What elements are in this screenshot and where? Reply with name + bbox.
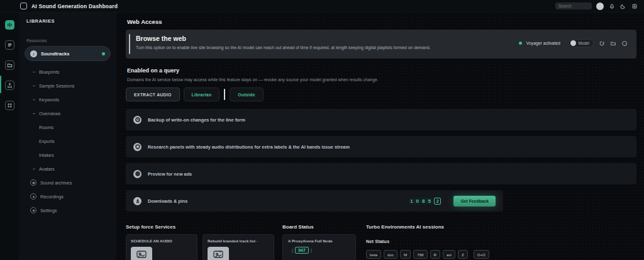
sidebar-item-label: Sample Sessions [39, 83, 74, 89]
service-card-title: SCHEDULE AN AUDIO [131, 239, 192, 243]
moon-icon[interactable] [619, 3, 626, 9]
sidebar-item-label: Blueprints [39, 69, 59, 75]
chip-768[interactable]: 768 [413, 250, 427, 259]
chip-oo[interactable]: O+O [474, 250, 489, 259]
gear-icon [30, 207, 36, 213]
sidebar-item-keywords[interactable]: Keywords [25, 93, 111, 106]
board-badge-row: ( 947 ) [292, 247, 350, 254]
sidebar-item-label: Rooms [39, 125, 53, 130]
page-number[interactable]: 0 [416, 198, 419, 204]
sidebar-item-blueprints[interactable]: Blueprints [25, 65, 111, 79]
chip-r[interactable]: R [430, 250, 440, 259]
sidebar-item-sound-archives[interactable]: Sound archives [25, 176, 111, 189]
sidebar-item-overviews[interactable]: Overviews [25, 106, 111, 120]
refresh-icon[interactable] [598, 40, 605, 47]
request-row[interactable]: Preview for new ads [126, 163, 636, 184]
sidebar-item-label: Settings [40, 208, 57, 213]
chip-z[interactable]: Z [458, 250, 468, 259]
chip-avi[interactable]: avi [443, 250, 455, 259]
service-card-schedule[interactable]: SCHEDULE AN AUDIO [126, 234, 197, 260]
settings-icon[interactable] [631, 3, 638, 9]
request-text: Backup of write-on changes for the line … [148, 117, 245, 123]
grid-icon[interactable] [5, 101, 14, 110]
sidebar-item-label: Keywords [39, 97, 59, 103]
request-row[interactable]: Research panels with steady audio distri… [126, 136, 636, 157]
sidebar: LIBRARIES Resources ♪ Soundtracks Bluepr… [19, 13, 116, 260]
help-circle-icon[interactable] [621, 40, 628, 47]
shield-icon [133, 143, 142, 151]
sessions-title: Turbo Environments AI sessions [366, 224, 489, 230]
tab-cursor-bar [224, 89, 225, 100]
request-row[interactable]: Backup of write-on changes for the line … [126, 109, 636, 130]
page-title: Web Access [127, 18, 636, 25]
model-toggle-pill[interactable]: Model [569, 39, 594, 47]
page-number[interactable]: 5 [428, 198, 431, 204]
bullet-dash-icon [33, 169, 35, 169]
chip-doc[interactable]: doc [384, 250, 397, 259]
sidebar-item-avatars[interactable]: Avatars [25, 162, 111, 176]
node-count-badge: 947 [295, 247, 308, 254]
sidebar-item-exports[interactable]: Exports [25, 134, 111, 148]
tab-outside[interactable]: Outside [230, 88, 263, 101]
get-feedback-button[interactable]: Get Feedback [453, 196, 496, 206]
sidebar-item-rooms[interactable]: Rooms [25, 120, 111, 134]
sidebar-item-sample-sessions[interactable]: Sample Sessions [25, 79, 111, 93]
export-icon[interactable] [5, 81, 14, 90]
download-icon [133, 197, 142, 205]
bullet-dash-icon [33, 86, 35, 86]
sidebar-item-recordings[interactable]: Recordings [25, 189, 111, 203]
folder-icon[interactable] [609, 40, 616, 47]
request-row-downloads[interactable]: Downloads & pins 1 0 8 5 2 Get Feedback [126, 190, 503, 212]
board-card-title: A ProxyArena Full Node [288, 239, 350, 243]
sidebar-item-settings[interactable]: Settings [25, 203, 111, 217]
banner-accent-bar [129, 34, 130, 54]
services-column: Setup force Services SCHEDULE AN AUDIO R… [126, 224, 277, 260]
sidebar-item-label: Intakes [39, 152, 54, 158]
footer-panels: Setup force Services SCHEDULE AN AUDIO R… [126, 224, 636, 260]
page-number-active[interactable]: 2 [434, 198, 441, 205]
toggle-knob [570, 40, 576, 46]
banner-main: Browse the web Turn this option on to en… [136, 35, 431, 50]
clock-icon [133, 116, 142, 124]
sidebar-item-label: Recordings [40, 194, 64, 200]
page-number[interactable]: 1 [410, 198, 413, 204]
tab-librarian[interactable]: Librarian [184, 88, 220, 101]
net-status-subtitle: Net Status [366, 239, 489, 244]
board-status-card[interactable]: A ProxyArena Full Node ( 947 ) [282, 234, 356, 260]
main-content: Web Access Browse the web Turn this opti… [116, 13, 644, 260]
web-access-banner: Browse the web Turn this option on to en… [126, 30, 636, 59]
notification-bell-icon[interactable] [608, 3, 615, 9]
archive-icon [30, 179, 36, 186]
sessions-column: Turbo Environments AI sessions Net Statu… [366, 224, 489, 260]
section-description: Domains the AI service below may access … [127, 77, 636, 82]
tab-extract-audio[interactable]: EXTRACT AUDIO [126, 88, 180, 101]
sidebar-item-intakes[interactable]: Intakes [25, 148, 111, 162]
activated-status-dot-icon [519, 42, 522, 45]
globe-icon [133, 170, 142, 178]
folder-icon[interactable] [5, 60, 14, 70]
sidebar-section-label: LIBRARIES [26, 18, 111, 24]
service-cards: SCHEDULE AN AUDIO Rebuild branded track … [126, 234, 277, 260]
icon-rail [0, 13, 19, 260]
search-input[interactable] [555, 3, 592, 9]
waveform-icon[interactable] [5, 20, 14, 30]
request-text: Downloads & pins [148, 198, 187, 204]
bullet-dash-icon [33, 72, 35, 72]
rail-active-indicator [0, 76, 1, 93]
mic-icon [30, 193, 36, 200]
sidebar-item-label: Avatars [39, 166, 55, 172]
library-icon[interactable] [5, 40, 14, 50]
badge-paren: ( [292, 248, 293, 252]
app-logo-icon [20, 3, 27, 9]
avatar[interactable] [596, 3, 604, 10]
service-card-rebuild[interactable]: Rebuild branded track list · [203, 234, 274, 260]
chip-beta[interactable]: beta [366, 250, 381, 259]
service-card-title: Rebuild branded track list · [208, 239, 269, 243]
music-note-icon: ♪ [30, 50, 37, 57]
chip-m[interactable]: M [400, 250, 411, 259]
request-text: Research panels with steady audio distri… [148, 144, 350, 150]
status-dot-icon [102, 52, 105, 55]
page-number[interactable]: 8 [422, 198, 425, 204]
sidebar-active-label: Soundtracks [41, 51, 69, 57]
sidebar-item-soundtracks-active[interactable]: ♪ Soundtracks [25, 46, 111, 61]
